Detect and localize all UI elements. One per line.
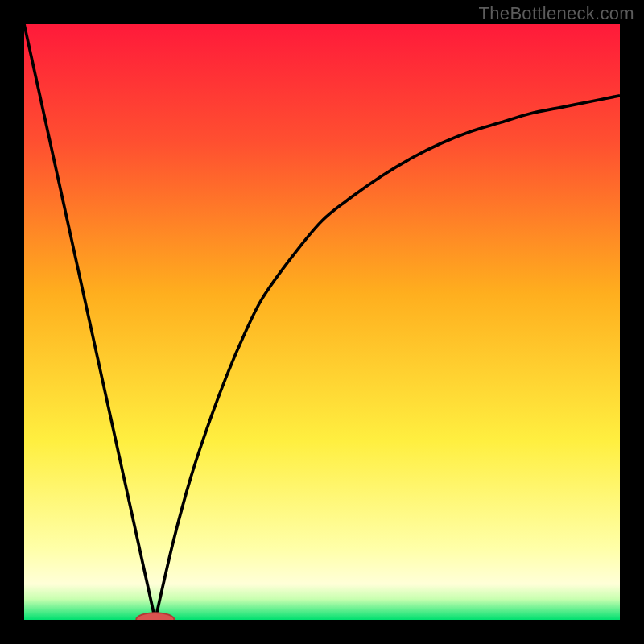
chart-svg [24, 24, 620, 620]
chart-frame: TheBottleneck.com [0, 0, 644, 644]
plot-area [24, 24, 620, 620]
watermark-text: TheBottleneck.com [479, 3, 634, 24]
